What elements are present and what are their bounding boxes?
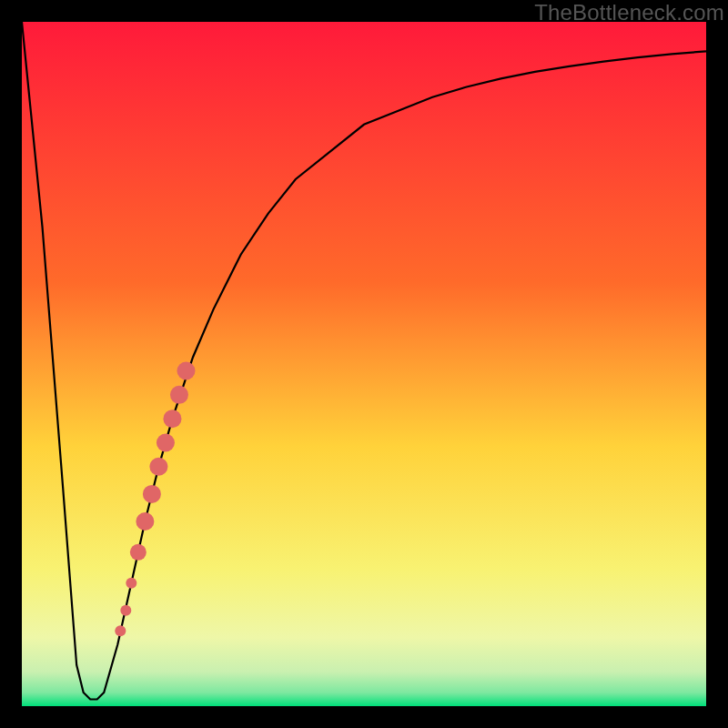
marker-point: [120, 605, 131, 616]
marker-point: [163, 410, 181, 428]
marker-point: [177, 362, 195, 380]
marker-point: [143, 485, 161, 503]
marker-point: [126, 578, 136, 589]
marker-point: [115, 625, 126, 636]
marker-point: [149, 458, 167, 476]
watermark-text: TheBottleneck.com: [534, 0, 724, 25]
bottleneck-curve: [22, 22, 706, 699]
marker-point: [170, 386, 188, 404]
marker-point: [136, 512, 154, 531]
curve-layer: [22, 22, 706, 706]
plot-area: [22, 22, 706, 706]
marker-point: [130, 544, 147, 561]
marker-group: [115, 362, 195, 637]
chart-frame: TheBottleneck.com: [0, 0, 728, 728]
marker-point: [157, 433, 175, 451]
